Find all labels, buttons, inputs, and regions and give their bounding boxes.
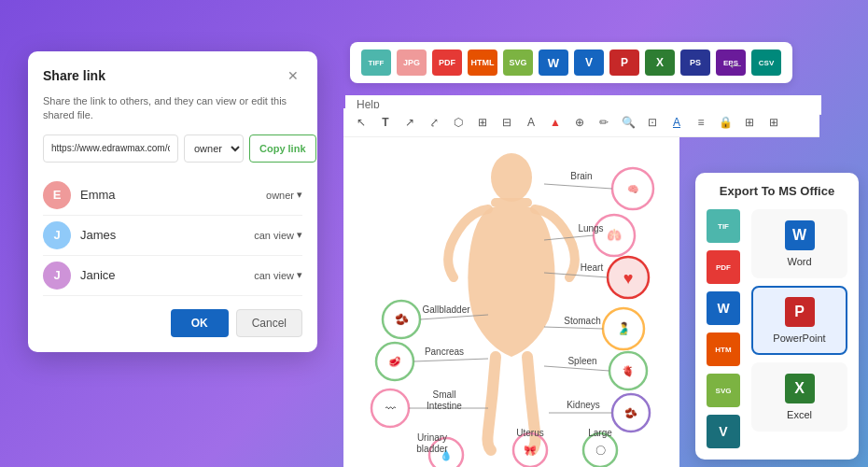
powerpoint-icon: P [785,297,815,327]
svg-line-29 [544,366,609,371]
zoom-tool[interactable]: 🔍 [618,112,638,133]
svg-text:🧠: 🧠 [627,183,639,195]
side-svg-btn[interactable]: SVG [707,374,740,407]
side-v-btn[interactable]: V [707,415,740,448]
svg-text:Small: Small [432,389,455,400]
svg-text:🫀: 🫀 [622,364,635,377]
export-ppt-btn[interactable]: P [609,50,639,76]
svg-text:Stomach: Stomach [564,316,600,326]
user-item-janice: J Janice can view ▾ [43,256,302,296]
user-role-james[interactable]: can view ▾ [254,229,302,241]
arrow-indicator: ← [726,54,745,76]
svg-text:Pancreas: Pancreas [425,347,464,357]
image-tool[interactable]: ⊞ [739,112,760,133]
ok-button[interactable]: OK [171,309,229,337]
svg-text:Uterus: Uterus [516,428,543,438]
svg-text:Kidneys: Kidneys [567,400,600,410]
export-panel-title: Export To MS Office [707,184,847,198]
user-name-james: James [80,228,254,242]
svg-text:🫁: 🫁 [607,227,623,243]
avatar-james: J [43,221,71,249]
svg-text:🫘: 🫘 [395,312,409,326]
tool-bar: ↖ T ↗ ⤤ ⬡ ⊞ ⊟ A ▲ ⊕ ✏ 🔍 ⊡ A ≡ 🔒 ⊞ ⊞ [343,108,819,137]
export-jpg-btn[interactable]: JPG [397,50,427,76]
svg-line-4 [544,184,612,189]
export-ps-btn[interactable]: PS [680,50,710,76]
avatar-emma: E [43,181,71,209]
link-input[interactable] [43,134,178,163]
svg-text:Brain: Brain [570,171,592,181]
connector-tool[interactable]: ⊕ [569,112,590,133]
export-word-btn[interactable]: W [539,50,568,76]
export-excel-option[interactable]: X Excel [751,362,847,432]
fill-tool[interactable]: ▲ [545,112,566,133]
pen-tool[interactable]: A [666,112,687,133]
more-tool[interactable]: ⊞ [763,112,784,133]
export-svg-btn[interactable]: SVG [503,50,533,76]
export-excel-btn[interactable]: X [645,50,675,76]
export-panel: Export To MS Office TIF PDF W HTM SVG V … [695,173,859,460]
align-tool[interactable]: ≡ [691,112,711,133]
svg-text:🫃: 🫃 [616,320,632,336]
cursor-tool[interactable]: ↖ [351,112,371,133]
user-item-emma: E Emma owner ▾ [43,176,302,216]
chevron-down-icon: ▾ [297,269,302,281]
arrow-tool[interactable]: ⤤ [424,112,444,133]
export-powerpoint-option[interactable]: P PowerPoint [751,286,847,355]
export-tiff-btn[interactable]: TIFF [361,50,391,76]
svg-text:Lungs: Lungs [578,223,603,234]
export-html-btn[interactable]: HTML [468,50,497,76]
dialog-actions: OK Cancel [43,309,302,337]
dialog-header: Share link ✕ [43,66,302,85]
word-icon: W [785,220,815,250]
user-role-janice[interactable]: can view ▾ [254,269,302,281]
svg-text:Heart: Heart [581,262,604,273]
anatomy-area: 🧠 Brain 🫁 Lungs ♥ Heart 🫘 Gallbladder 🫃 … [343,133,679,467]
user-list: E Emma owner ▾ J James can view ▾ J Jani… [43,176,302,296]
chevron-down-icon: ▾ [297,229,302,241]
side-html-btn[interactable]: HTM [707,333,740,366]
dialog-close-btn[interactable]: ✕ [284,66,302,85]
avatar-janice: J [43,262,71,290]
export-word-option[interactable]: W Word [751,209,847,278]
link-permission-select[interactable]: owner [184,134,244,163]
side-tif-btn[interactable]: TIF [707,209,740,243]
chart-tool[interactable]: ⊟ [497,112,517,133]
word-label: Word [787,256,811,267]
table-tool[interactable]: ⊞ [472,112,493,133]
side-word-btn[interactable]: W [707,291,740,325]
svg-text:〰: 〰 [385,403,396,414]
powerpoint-label: PowerPoint [773,333,825,344]
edit-tool[interactable]: ✏ [594,112,614,133]
svg-text:Gallbladder: Gallbladder [422,304,470,315]
link-row: owner Copy link [43,134,302,163]
svg-text:Intestine: Intestine [427,401,462,411]
copy-link-btn[interactable]: Copy link [249,134,316,163]
export-visio-btn[interactable]: V [574,50,604,76]
text-tool[interactable]: T [375,112,396,133]
svg-text:bladder: bladder [416,444,448,454]
shape-tool[interactable]: ⬡ [448,112,469,133]
svg-text:🫘: 🫘 [624,406,637,419]
svg-text:🥩: 🥩 [388,355,401,368]
cancel-button[interactable]: Cancel [236,309,302,337]
user-role-emma[interactable]: owner ▾ [266,189,302,201]
crop-tool[interactable]: ⊡ [642,112,663,133]
share-link-dialog: Share link ✕ Share the link to others, a… [28,51,317,352]
user-item-james: J James can view ▾ [43,216,302,256]
side-pdf-btn[interactable]: PDF [707,250,740,284]
dialog-title: Share link [43,68,105,83]
export-csv-btn[interactable]: CSV [751,50,781,76]
svg-text:〇: 〇 [595,445,606,456]
svg-point-0 [491,153,532,202]
svg-text:Spleen: Spleen [567,356,596,366]
svg-text:🎀: 🎀 [524,444,537,457]
export-pdf-btn[interactable]: PDF [432,50,462,76]
chevron-down-icon: ▾ [297,189,302,201]
user-name-janice: Janice [80,268,254,282]
lock-tool[interactable]: 🔒 [715,112,735,133]
text2-tool[interactable]: A [521,112,541,133]
svg-text:Urinary: Urinary [417,432,447,443]
excel-icon: X [785,374,815,403]
line-tool[interactable]: ↗ [399,112,420,133]
